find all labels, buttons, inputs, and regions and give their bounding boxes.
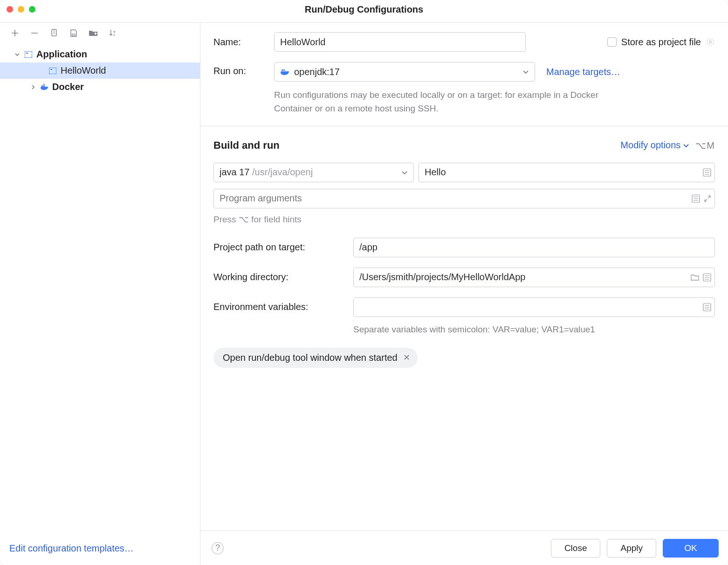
args-hint: Press ⌥ for field hints bbox=[213, 214, 715, 225]
tree-node-helloworld[interactable]: HelloWorld bbox=[0, 62, 200, 79]
svg-rect-5 bbox=[26, 53, 28, 54]
jdk-path: /usr/java/openj bbox=[252, 167, 313, 177]
program-arguments-input[interactable] bbox=[213, 189, 715, 208]
titlebar: Run/Debug Configurations bbox=[0, 0, 728, 19]
folder-icon[interactable] bbox=[691, 274, 699, 281]
sort-config-icon[interactable]: az bbox=[108, 28, 117, 38]
env-vars-hint: Separate variables with semicolon: VAR=v… bbox=[353, 324, 715, 335]
list-icon[interactable] bbox=[692, 194, 700, 203]
sidebar-toolbar: az bbox=[0, 23, 200, 43]
tree-label: HelloWorld bbox=[61, 65, 106, 76]
chevron-down-icon bbox=[14, 52, 21, 57]
save-config-icon[interactable] bbox=[69, 28, 78, 38]
manage-targets-link[interactable]: Manage targets… bbox=[546, 67, 620, 77]
svg-point-12 bbox=[709, 41, 712, 43]
list-icon[interactable] bbox=[703, 168, 711, 177]
env-vars-input[interactable] bbox=[353, 297, 715, 317]
tree-label: Docker bbox=[52, 82, 84, 92]
modify-options-shortcut: ⌥M bbox=[695, 140, 715, 151]
close-button[interactable]: Close bbox=[551, 539, 601, 558]
run-target-value: openjdk:17 bbox=[294, 67, 340, 77]
modify-options-link[interactable]: Modify options bbox=[620, 140, 689, 151]
svg-point-11 bbox=[707, 39, 714, 45]
docker-icon bbox=[280, 68, 289, 76]
name-label: Name: bbox=[213, 37, 266, 48]
svg-rect-1 bbox=[72, 34, 75, 36]
list-icon[interactable] bbox=[703, 273, 711, 282]
chevron-down-icon bbox=[522, 69, 529, 75]
project-path-label: Project path on target: bbox=[213, 242, 353, 253]
working-directory-input[interactable] bbox=[353, 268, 715, 287]
add-config-icon[interactable] bbox=[10, 28, 20, 38]
expand-icon[interactable] bbox=[704, 195, 711, 202]
edit-templates-link[interactable]: Edit configuration templates… bbox=[0, 536, 200, 565]
store-project-file-checkbox[interactable] bbox=[607, 37, 617, 47]
env-vars-label: Environment variables: bbox=[213, 302, 353, 312]
folder-config-icon[interactable] bbox=[89, 28, 98, 38]
gear-icon[interactable] bbox=[706, 37, 715, 47]
copy-config-icon[interactable] bbox=[49, 28, 59, 38]
main-class-input[interactable] bbox=[419, 163, 715, 182]
chevron-down-icon bbox=[683, 143, 689, 148]
apply-button[interactable]: Apply bbox=[607, 539, 656, 558]
docker-icon bbox=[40, 83, 48, 91]
window-title: Run/Debug Configurations bbox=[0, 4, 728, 15]
jdk-name: java 17 bbox=[220, 167, 250, 177]
store-project-file-label: Store as project file bbox=[621, 37, 701, 48]
ok-button[interactable]: OK bbox=[663, 539, 719, 558]
tree-label: Application bbox=[36, 49, 87, 60]
run-target-select[interactable]: openjdk:17 bbox=[274, 62, 535, 82]
svg-text:z: z bbox=[113, 33, 115, 37]
dialog-buttons: ? Close Apply OK bbox=[200, 531, 728, 565]
svg-rect-8 bbox=[41, 85, 43, 87]
working-directory-label: Working directory: bbox=[213, 272, 353, 282]
svg-rect-14 bbox=[283, 69, 285, 71]
form-panel: Name: Store as project file Run on: bbox=[200, 23, 728, 565]
project-path-input[interactable] bbox=[353, 238, 715, 257]
config-tree: Application HelloWorld Docker bbox=[0, 43, 200, 536]
help-icon[interactable]: ? bbox=[212, 542, 224, 554]
chevron-right-icon bbox=[30, 85, 36, 90]
svg-rect-9 bbox=[43, 85, 45, 87]
run-on-hint: Run configurations may be executed local… bbox=[274, 88, 628, 116]
remove-config-icon[interactable] bbox=[30, 28, 39, 38]
svg-rect-10 bbox=[43, 84, 45, 85]
list-icon[interactable] bbox=[703, 303, 711, 311]
application-icon bbox=[48, 67, 57, 75]
open-tool-window-chip[interactable]: Open run/debug tool window when started … bbox=[213, 348, 418, 368]
chevron-down-icon bbox=[401, 169, 408, 176]
close-icon[interactable]: ✕ bbox=[403, 352, 410, 363]
svg-rect-0 bbox=[52, 29, 56, 36]
dialog-window: Run/Debug Configurations bbox=[0, 0, 728, 565]
chip-label: Open run/debug tool window when started bbox=[223, 352, 398, 363]
tree-node-application[interactable]: Application bbox=[0, 46, 200, 62]
run-on-label: Run on: bbox=[213, 62, 266, 76]
build-run-heading: Build and run bbox=[213, 139, 280, 152]
sidebar: az Application HelloWorl bbox=[0, 23, 200, 565]
svg-rect-13 bbox=[282, 69, 283, 71]
svg-rect-7 bbox=[50, 69, 52, 70]
tree-node-docker[interactable]: Docker bbox=[0, 79, 200, 95]
svg-rect-4 bbox=[25, 51, 32, 58]
jdk-select[interactable]: java 17 /usr/java/openj bbox=[213, 163, 414, 182]
svg-rect-6 bbox=[49, 68, 56, 74]
application-icon bbox=[24, 50, 33, 59]
name-input[interactable] bbox=[274, 32, 526, 52]
